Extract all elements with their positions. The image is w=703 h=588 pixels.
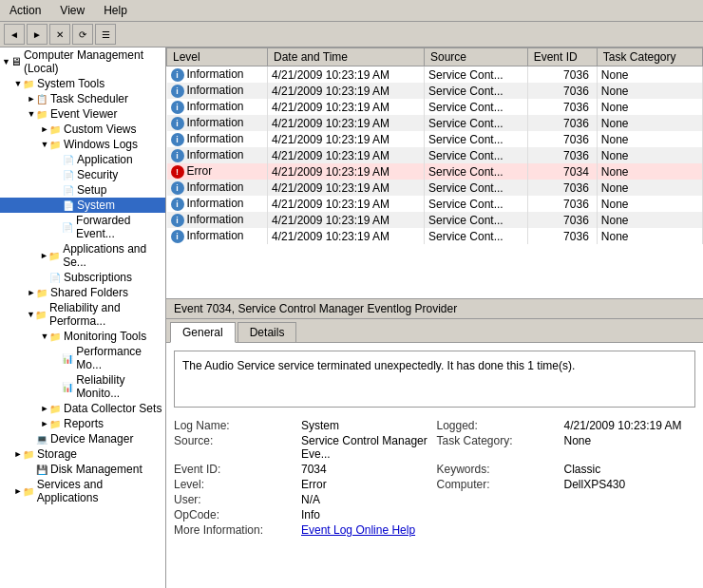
cell-eventid: 7036 — [527, 228, 597, 244]
event-table-container: Level Date and Time Source Event ID Task… — [166, 47, 703, 299]
sidebar-item-security[interactable]: 📄 Security — [0, 167, 165, 182]
expand-spacer — [27, 465, 36, 474]
menu-action[interactable]: Action — [4, 2, 47, 19]
user-value: N/A — [301, 493, 433, 506]
sidebar-item-custom-views[interactable]: ► 📁 Custom Views — [0, 122, 165, 137]
toolbar-back[interactable]: ◄ — [4, 24, 25, 45]
table-row[interactable]: iInformation 4/21/2009 10:23:19 AM Servi… — [167, 180, 703, 196]
sidebar-item-label: Event Viewer — [50, 107, 117, 121]
detail-panel: Event 7034, Service Control Manager Even… — [166, 299, 703, 588]
info-icon: i — [171, 101, 184, 114]
table-row[interactable]: iInformation 4/21/2009 10:23:19 AM Servi… — [167, 212, 703, 228]
sidebar-item-application[interactable]: 📄 Application — [0, 152, 165, 167]
cell-source: Service Cont... — [424, 196, 527, 212]
info-icon: i — [171, 181, 184, 195]
folder-icon: 📁 — [49, 332, 61, 342]
col-source[interactable]: Source — [424, 48, 527, 66]
sidebar-item-apps-services[interactable]: ► 📁 Applications and Se... — [0, 241, 165, 270]
sidebar-item-perf-monitor[interactable]: 📊 Performance Mo... — [0, 344, 165, 372]
col-level[interactable]: Level — [167, 48, 268, 66]
table-row[interactable]: !Error 4/21/2009 10:23:19 AM Service Con… — [167, 163, 703, 180]
cell-level: iInformation — [167, 131, 268, 147]
sidebar-item-setup[interactable]: 📄 Setup — [0, 182, 165, 198]
logged-label: Logged: — [437, 419, 560, 432]
expand-icon[interactable]: ► — [40, 251, 48, 260]
toolbar-refresh[interactable]: ⟳ — [72, 24, 93, 45]
sidebar-item-disk-management[interactable]: 💾 Disk Management — [0, 462, 165, 477]
expand-icon[interactable]: ► — [27, 94, 36, 104]
expand-icon[interactable]: ► — [27, 288, 36, 297]
table-row[interactable]: iInformation 4/21/2009 10:23:19 AM Servi… — [167, 83, 703, 99]
cell-eventid: 7036 — [527, 115, 597, 131]
sidebar-item-monitoring-tools[interactable]: ▼ 📁 Monitoring Tools — [0, 329, 165, 344]
table-row[interactable]: iInformation 4/21/2009 10:23:19 AM Servi… — [167, 99, 703, 115]
expand-icon[interactable]: ▼ — [40, 332, 49, 341]
expand-icon[interactable]: ► — [13, 449, 23, 459]
keywords-value: Classic — [564, 463, 696, 476]
task-category-value: None — [564, 434, 696, 461]
sidebar-item-reliability-monitor[interactable]: 📊 Reliability Monito... — [0, 372, 165, 401]
expand-icon[interactable]: ► — [40, 419, 49, 428]
sidebar-item-reports[interactable]: ► 📁 Reports — [0, 416, 165, 431]
sidebar-item-system[interactable]: 📄 System — [0, 198, 165, 213]
more-info-label: More Information: — [174, 523, 297, 537]
sidebar-item-label: Application — [77, 153, 133, 166]
table-row[interactable]: iInformation 4/21/2009 10:23:19 AM Servi… — [167, 66, 703, 84]
toolbar-close[interactable]: ✕ — [49, 24, 70, 45]
expand-icon[interactable]: ▼ — [27, 310, 35, 319]
expand-icon[interactable]: ▼ — [27, 109, 36, 119]
event-log-online-help-link[interactable]: Event Log Online Help — [301, 523, 433, 537]
cell-source: Service Cont... — [424, 147, 527, 163]
expand-icon[interactable]: ▼ — [13, 79, 23, 88]
expand-spacer — [27, 434, 36, 444]
cell-eventid: 7036 — [527, 180, 597, 196]
event-table: Level Date and Time Source Event ID Task… — [166, 47, 703, 244]
opcode-value: Info — [301, 508, 433, 522]
cell-datetime: 4/21/2009 10:23:19 AM — [268, 147, 425, 163]
info-icon: i — [171, 230, 184, 243]
table-row[interactable]: iInformation 4/21/2009 10:23:19 AM Servi… — [167, 115, 703, 131]
expand-icon[interactable]: ► — [13, 486, 23, 496]
cell-eventid: 7036 — [527, 131, 597, 147]
expand-icon[interactable]: ▼ — [2, 57, 10, 66]
cell-source: Service Cont... — [424, 131, 527, 147]
expand-icon[interactable]: ► — [40, 124, 49, 134]
sidebar-item-subscriptions[interactable]: 📄 Subscriptions — [0, 270, 165, 285]
table-row[interactable]: iInformation 4/21/2009 10:23:19 AM Servi… — [167, 196, 703, 212]
menu-view[interactable]: View — [54, 2, 90, 19]
menu-help[interactable]: Help — [98, 2, 133, 19]
col-datetime[interactable]: Date and Time — [268, 48, 425, 66]
toolbar-forward[interactable]: ► — [27, 24, 48, 45]
expand-icon[interactable]: ▼ — [40, 140, 49, 149]
folder-icon: 📁 — [36, 288, 48, 298]
col-category[interactable]: Task Category — [597, 48, 702, 66]
table-row[interactable]: iInformation 4/21/2009 10:23:19 AM Servi… — [167, 147, 703, 163]
sidebar-item-services-apps[interactable]: ► 📁 Services and Applications — [0, 477, 165, 505]
sidebar-item-label: Subscriptions — [64, 271, 132, 284]
info-icon: i — [171, 149, 184, 162]
col-eventid[interactable]: Event ID — [527, 48, 597, 66]
tab-general[interactable]: General — [170, 322, 236, 343]
sidebar-item-shared-folders[interactable]: ► 📁 Shared Folders — [0, 285, 165, 300]
table-row[interactable]: iInformation 4/21/2009 10:23:19 AM Servi… — [167, 131, 703, 147]
expand-spacer — [53, 200, 63, 210]
sidebar-item-system-tools[interactable]: ▼ 📁 System Tools — [0, 76, 165, 91]
toolbar-menu[interactable]: ☰ — [95, 24, 116, 45]
sidebar-item-task-scheduler[interactable]: ► 📋 Task Scheduler — [0, 91, 165, 106]
cell-datetime: 4/21/2009 10:23:19 AM — [268, 66, 425, 84]
task-icon: 📋 — [36, 94, 48, 104]
table-row[interactable]: iInformation 4/21/2009 10:23:19 AM Servi… — [167, 228, 703, 244]
sidebar-item-reliability[interactable]: ▼ 📁 Reliability and Performa... — [0, 300, 165, 329]
sidebar-item-windows-logs[interactable]: ▼ 📁 Windows Logs — [0, 137, 165, 152]
sidebar-item-event-viewer[interactable]: ▼ 📁 Event Viewer — [0, 106, 165, 122]
cell-category: None — [597, 212, 702, 228]
sidebar-item-data-collector[interactable]: ► 📁 Data Collector Sets — [0, 401, 165, 416]
tree-root[interactable]: ▼ 🖥 Computer Management (Local) — [0, 47, 165, 76]
page-icon: 📄 — [49, 273, 61, 283]
cell-level: iInformation — [167, 147, 268, 163]
tab-details[interactable]: Details — [238, 322, 297, 342]
sidebar-item-device-manager[interactable]: 💻 Device Manager — [0, 431, 165, 446]
sidebar-item-storage[interactable]: ► 📁 Storage — [0, 446, 165, 462]
sidebar-item-forwarded-events[interactable]: 📄 Forwarded Event... — [0, 213, 165, 241]
expand-icon[interactable]: ► — [40, 404, 49, 413]
